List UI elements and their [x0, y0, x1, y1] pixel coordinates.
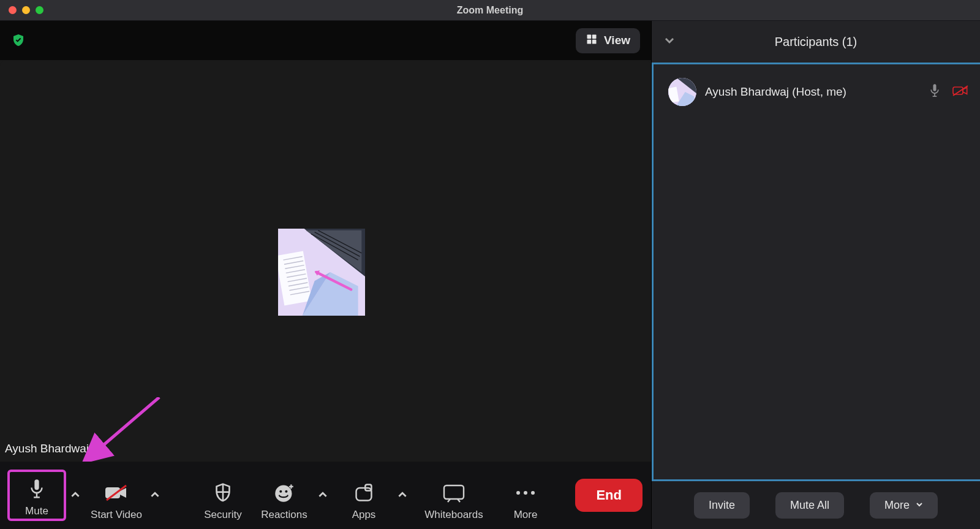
- smile-icon: [274, 481, 295, 505]
- participant-row[interactable]: Ayush Bhardwaj (Host, me): [668, 78, 969, 106]
- meeting-top-bar: View: [0, 21, 651, 60]
- svg-rect-1: [592, 34, 597, 39]
- svg-rect-0: [587, 34, 592, 39]
- more-label: More: [514, 509, 538, 521]
- whiteboard-icon: [442, 481, 466, 505]
- svg-point-43: [524, 491, 527, 495]
- video-options-caret[interactable]: [146, 484, 164, 507]
- mute-button[interactable]: Mute: [7, 470, 66, 521]
- window-title: Zoom Meeting: [0, 5, 980, 16]
- whiteboards-button[interactable]: Whiteboards: [414, 470, 494, 521]
- view-button[interactable]: View: [576, 28, 640, 53]
- security-label: Security: [204, 509, 241, 521]
- chevron-down-icon: [916, 500, 923, 510]
- meeting-toolbar: Mute Start Video: [0, 462, 651, 529]
- svg-rect-39: [444, 485, 464, 499]
- start-video-label: Start Video: [91, 509, 142, 521]
- svg-rect-25: [34, 479, 39, 490]
- participants-more-button[interactable]: More: [870, 492, 938, 519]
- annotation-arrow: [80, 397, 172, 462]
- reactions-options-caret[interactable]: [314, 484, 332, 507]
- reactions-label: Reactions: [261, 509, 307, 521]
- audio-controls-group: Mute: [7, 470, 85, 521]
- apps-group: Apps: [334, 470, 412, 521]
- more-icon: [514, 481, 537, 505]
- participant-name: Ayush Bhardwaj (Host, me): [705, 85, 920, 99]
- view-button-label: View: [604, 34, 630, 47]
- video-off-icon: [952, 85, 969, 100]
- app-window: Zoom Meeting View: [0, 0, 980, 529]
- invite-label: Invite: [709, 499, 735, 512]
- mute-all-button[interactable]: Mute All: [775, 492, 844, 519]
- grid-icon: [586, 33, 598, 48]
- app-body: View: [0, 21, 980, 529]
- svg-rect-49: [933, 84, 937, 91]
- participants-title: Participants (1): [652, 35, 980, 49]
- svg-point-32: [275, 485, 292, 502]
- participant-status-icons: [929, 83, 969, 101]
- apps-label: Apps: [352, 509, 376, 521]
- close-window-button[interactable]: [9, 6, 17, 14]
- apps-options-caret[interactable]: [393, 484, 412, 507]
- svg-point-33: [279, 490, 282, 493]
- minimize-window-button[interactable]: [22, 6, 30, 14]
- avatar: [668, 78, 696, 106]
- whiteboards-label: Whiteboards: [424, 509, 483, 521]
- participants-footer: Invite Mute All More: [652, 481, 980, 529]
- security-button[interactable]: Security: [194, 470, 252, 521]
- apps-icon: [353, 481, 374, 505]
- reactions-button[interactable]: Reactions: [255, 470, 314, 521]
- video-controls-group: Start Video: [87, 470, 164, 521]
- svg-point-44: [531, 491, 535, 495]
- microphone-icon: [929, 83, 941, 101]
- maximize-window-button[interactable]: [36, 6, 43, 14]
- audio-options-caret[interactable]: [66, 484, 85, 507]
- participants-list: Ayush Bhardwaj (Host, me): [652, 63, 980, 481]
- svg-rect-3: [592, 39, 597, 44]
- svg-line-24: [91, 397, 159, 456]
- participants-panel: Participants (1) Ayush Bhardwaj (Host, m…: [652, 21, 980, 529]
- window-traffic-lights: [9, 6, 43, 14]
- video-stage: Ayush Bhardwaj: [0, 60, 651, 462]
- svg-point-42: [516, 491, 520, 495]
- svg-rect-37: [356, 488, 372, 500]
- reactions-group: Reactions: [255, 470, 332, 521]
- video-off-icon: [104, 481, 129, 505]
- shield-icon: [213, 481, 233, 505]
- end-meeting-button[interactable]: End: [575, 479, 643, 512]
- start-video-button[interactable]: Start Video: [87, 470, 146, 521]
- self-name-label: Ayush Bhardwaj: [5, 442, 89, 455]
- titlebar: Zoom Meeting: [0, 0, 980, 21]
- mute-label: Mute: [25, 505, 48, 517]
- participants-collapse-caret[interactable]: [664, 35, 675, 48]
- svg-point-34: [285, 490, 287, 493]
- participants-more-label: More: [884, 499, 910, 512]
- meeting-main-area: View: [0, 21, 652, 529]
- end-label: End: [596, 487, 622, 503]
- svg-rect-2: [587, 39, 592, 44]
- apps-button[interactable]: Apps: [334, 470, 393, 521]
- mute-all-label: Mute All: [790, 499, 829, 512]
- more-button[interactable]: More: [496, 470, 555, 521]
- self-video-avatar: [278, 229, 365, 316]
- participants-header: Participants (1): [652, 21, 980, 63]
- encryption-shield-icon[interactable]: [11, 33, 26, 48]
- microphone-icon: [28, 477, 46, 501]
- invite-button[interactable]: Invite: [694, 492, 750, 519]
